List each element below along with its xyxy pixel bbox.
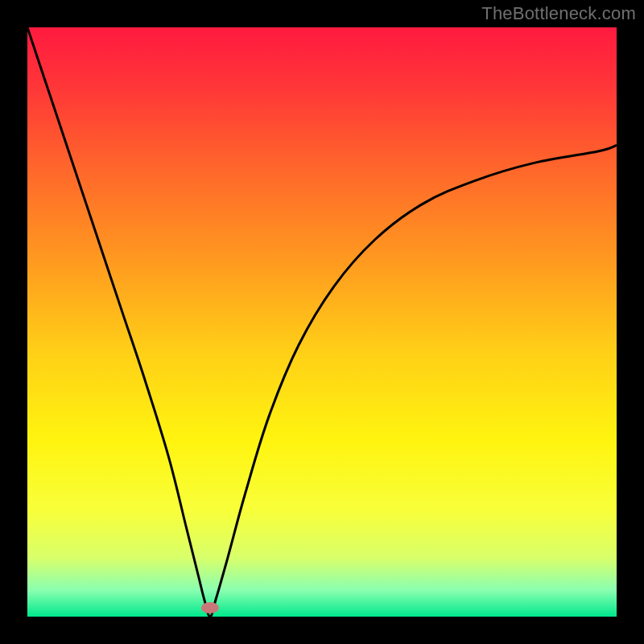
- outer-frame: TheBottleneck.com: [0, 0, 644, 644]
- optimum-marker: [201, 602, 219, 613]
- watermark-text: TheBottleneck.com: [481, 3, 636, 24]
- plot-area-gradient: [27, 27, 617, 617]
- bottleneck-chart: [0, 0, 644, 644]
